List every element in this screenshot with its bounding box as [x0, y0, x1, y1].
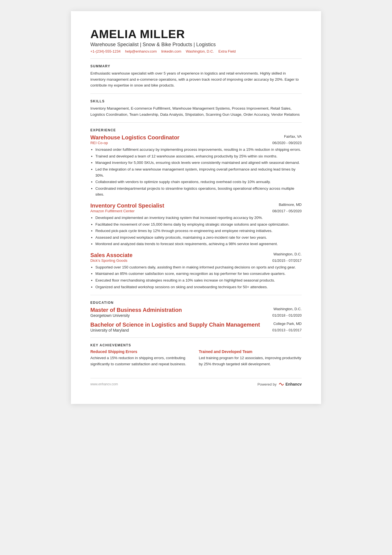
job-company-1: REI Co-op — [90, 141, 108, 145]
powered-by-text: Powered by — [257, 382, 277, 386]
edu-sub-1: Georgetown University 01/2018 - 01/2020 — [90, 313, 302, 318]
edu-school-1: Georgetown University — [90, 313, 130, 318]
job-dates-2: 08/2017 - 05/2020 — [272, 209, 302, 213]
education-divider — [90, 337, 302, 338]
candidate-name: AMELIA MILLER — [90, 28, 302, 41]
achievement-item-1: Reduced Shipping Errors Achieved a 15% r… — [90, 349, 193, 367]
job-header-1: Warehouse Logistics Coordinator Fairfax,… — [90, 134, 302, 141]
bullet: Supported over 150 customers daily, assi… — [95, 264, 302, 270]
footer-brand: Powered by Enhancv — [257, 381, 302, 387]
achievement-body-2: Led training program for 12 associates, … — [199, 355, 302, 367]
job-title-1: Warehouse Logistics Coordinator — [90, 134, 179, 141]
achievement-body-1: Achieved a 15% reduction in shipping err… — [90, 355, 193, 367]
bullet: Reduced pick-pack cycle times by 12% thr… — [95, 228, 302, 234]
enhancv-logo-icon — [278, 381, 284, 387]
bullet: Developed and implemented an inventory t… — [95, 215, 302, 221]
job-sub-3: Dick's Sporting Goods 01/2015 - 07/2017 — [90, 258, 302, 263]
job-header-2: Inventory Control Specialist Baltimore, … — [90, 203, 302, 209]
bullet: Managed inventory for 5,000 SKUs, ensuri… — [95, 160, 302, 166]
job-dates-1: 06/2020 - 09/2023 — [272, 141, 302, 145]
footer-website: www.enhancv.com — [90, 382, 118, 386]
job-location-1: Fairfax, VA — [284, 134, 302, 139]
experience-label: EXPERIENCE — [90, 128, 302, 132]
job-entry-1: Warehouse Logistics Coordinator Fairfax,… — [90, 134, 302, 198]
edu-school-2: University of Maryland — [90, 328, 129, 332]
edu-dates-1: 01/2018 - 01/2020 — [272, 313, 302, 317]
job-title-3: Sales Associate — [90, 252, 133, 258]
enhancv-logo: Enhancv — [278, 381, 302, 387]
bullet: Organized and facilitated workshop sessi… — [95, 284, 302, 290]
bullet: Monitored and analyzed data trends to fo… — [95, 241, 302, 247]
achievements-grid: Reduced Shipping Errors Achieved a 15% r… — [90, 349, 302, 367]
edu-degree-1: Master of Business Administration — [90, 307, 182, 313]
edu-header-1: Master of Business Administration Washin… — [90, 307, 302, 313]
education-label: EDUCATION — [90, 301, 302, 305]
contact-location: Washington, D.C. — [186, 49, 214, 53]
bullet: Increased order fulfillment accuracy by … — [95, 147, 302, 153]
brand-name: Enhancv — [286, 382, 302, 386]
edu-location-2: College Park, MD — [273, 322, 302, 326]
bullet: Executed floor merchandising strategies … — [95, 277, 302, 283]
bullet: Trained and developed a team of 12 wareh… — [95, 153, 302, 159]
summary-label: SUMMARY — [90, 64, 302, 68]
job-entry-2: Inventory Control Specialist Baltimore, … — [90, 203, 302, 247]
job-bullets-2: Developed and implemented an inventory t… — [90, 215, 302, 247]
contact-info: +1-(234)-555-1234 help@enhancv.com linke… — [90, 49, 302, 53]
page-footer: www.enhancv.com Powered by Enhancv — [90, 378, 302, 387]
job-company-2: Amazon Fulfillment Center — [90, 209, 135, 213]
edu-header-2: Bachelor of Science in Logistics and Sup… — [90, 322, 302, 328]
job-entry-3: Sales Associate Washington, D.C. Dick's … — [90, 252, 302, 290]
achievement-title-1: Reduced Shipping Errors — [90, 349, 193, 354]
bullet: Coordinated interdepartmental projects t… — [95, 186, 302, 198]
summary-divider — [90, 93, 302, 94]
contact-phone: +1-(234)-555-1234 — [90, 49, 121, 53]
achievements-label: KEY ACHIEVEMENTS — [90, 343, 302, 347]
job-bullets-1: Increased order fulfillment accuracy by … — [90, 147, 302, 198]
bullet: Led the integration of a new warehouse m… — [95, 166, 302, 178]
degree-entry-1: Master of Business Administration Washin… — [90, 307, 302, 318]
job-title-2: Inventory Control Specialist — [90, 203, 164, 209]
job-company-3: Dick's Sporting Goods — [90, 258, 127, 263]
edu-dates-2: 01/2013 - 01/2017 — [272, 328, 302, 332]
bullet: Collaborated with vendors to optimize su… — [95, 179, 302, 185]
summary-text: Enthusiastic warehouse specialist with o… — [90, 70, 302, 88]
job-sub-2: Amazon Fulfillment Center 08/2017 - 05/2… — [90, 209, 302, 213]
skills-label: SKILLS — [90, 99, 302, 103]
skills-text: Inventory Management, E-commerce Fulfill… — [90, 105, 302, 117]
resume-page: AMELIA MILLER Warehouse Specialist | Sno… — [71, 11, 321, 404]
header: AMELIA MILLER Warehouse Specialist | Sno… — [90, 28, 302, 53]
contact-linkedin: linkedin.com — [161, 49, 181, 53]
summary-section: SUMMARY Enthusiastic warehouse specialis… — [90, 64, 302, 88]
achievement-title-2: Trained and Developed Team — [199, 349, 302, 354]
bullet: Facilitated the movement of over 15,000 … — [95, 221, 302, 228]
job-sub-1: REI Co-op 06/2020 - 09/2023 — [90, 141, 302, 145]
edu-location-1: Washington, D.C. — [274, 307, 302, 311]
skills-divider — [90, 122, 302, 123]
skills-section: SKILLS Inventory Management, E-commerce … — [90, 99, 302, 117]
edu-sub-2: University of Maryland 01/2013 - 01/2017 — [90, 328, 302, 332]
contact-email: help@enhancv.com — [125, 49, 157, 53]
degree-entry-2: Bachelor of Science in Logistics and Sup… — [90, 322, 302, 332]
experience-section: EXPERIENCE Warehouse Logistics Coordinat… — [90, 128, 302, 290]
achievements-section: KEY ACHIEVEMENTS Reduced Shipping Errors… — [90, 343, 302, 367]
bullet: Assessed and improved workplace safety p… — [95, 235, 302, 241]
contact-extra: Extra Field — [219, 49, 236, 53]
job-location-2: Baltimore, MD — [279, 203, 302, 207]
job-location-3: Washington, D.C. — [274, 252, 302, 256]
job-dates-3: 01/2015 - 07/2017 — [272, 258, 302, 263]
edu-degree-2: Bachelor of Science in Logistics and Sup… — [90, 322, 260, 328]
job-header-3: Sales Associate Washington, D.C. — [90, 252, 302, 258]
bullet: Maintained an 85% customer satisfaction … — [95, 271, 302, 277]
achievement-item-2: Trained and Developed Team Led training … — [199, 349, 302, 367]
candidate-title: Warehouse Specialist | Snow & Bike Produ… — [90, 42, 302, 48]
education-section: EDUCATION Master of Business Administrat… — [90, 301, 302, 332]
header-divider — [90, 58, 302, 59]
experience-divider — [90, 295, 302, 295]
job-bullets-3: Supported over 150 customers daily, assi… — [90, 264, 302, 290]
